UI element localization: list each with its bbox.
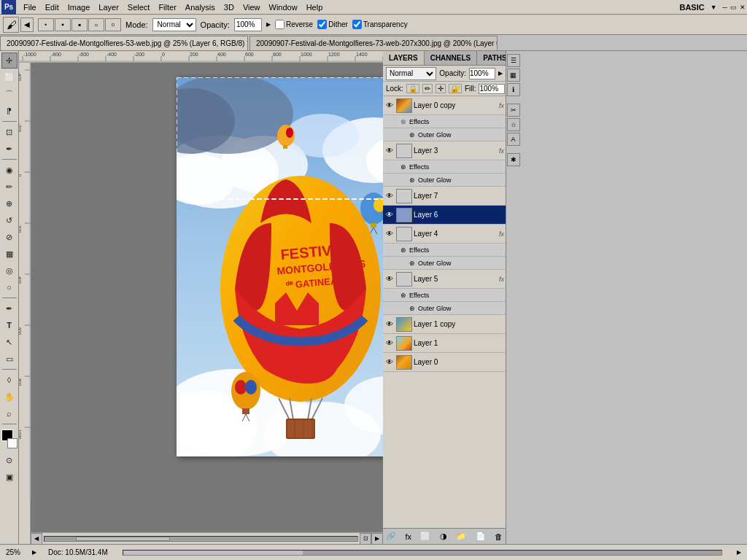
- opacity-arrow[interactable]: ▶: [266, 21, 271, 28]
- panel-icon-1[interactable]: ☰: [507, 54, 520, 67]
- layer-eye-0[interactable]: 👁: [384, 357, 395, 368]
- panel-icon-5[interactable]: ☆: [507, 118, 520, 131]
- panel-icon-7[interactable]: ✱: [507, 153, 520, 166]
- layer-item-0copy[interactable]: 👁 Layer 0 copy fx: [383, 96, 506, 115]
- brush-size-2[interactable]: ▪: [55, 18, 71, 31]
- layer-eye-5[interactable]: 👁: [384, 274, 395, 284]
- transparency-check[interactable]: [352, 20, 362, 29]
- gradient-tool-btn[interactable]: ▦: [1, 246, 18, 262]
- lock-pixels-btn[interactable]: ✏: [422, 84, 433, 93]
- quick-select-tool-btn[interactable]: ⁋: [1, 103, 18, 119]
- lock-move-btn[interactable]: ✛: [436, 84, 446, 93]
- eyedropper-tool-btn[interactable]: ✒: [1, 141, 18, 157]
- menu-edit[interactable]: Edit: [41, 0, 63, 15]
- panel-icon-4[interactable]: ✂: [507, 104, 520, 117]
- layer-item-4[interactable]: 👁 Layer 4 fx: [383, 225, 506, 244]
- layer-blend-mode[interactable]: Normal Multiply: [386, 67, 436, 80]
- rectangle-tool-btn[interactable]: ▭: [1, 351, 18, 367]
- layer-outerglow-4[interactable]: ⊛ Outer Glow: [383, 257, 506, 270]
- layer-item-3[interactable]: 👁 Layer 3 fx: [383, 141, 506, 160]
- new-group-btn[interactable]: 📁: [456, 532, 466, 541]
- menu-analysis[interactable]: Analysis: [181, 0, 220, 15]
- clone-tool-btn[interactable]: ⊕: [1, 195, 18, 211]
- move-tool-btn[interactable]: ✛: [1, 52, 18, 69]
- tab-channels[interactable]: CHANNELS: [425, 51, 478, 65]
- scroll-right-btn[interactable]: ▶: [371, 533, 383, 545]
- scroll-end-btn[interactable]: ▶: [737, 549, 741, 556]
- screen-mode-btn[interactable]: ▣: [1, 469, 18, 485]
- layer-item-1[interactable]: 👁 Layer 1: [383, 334, 506, 353]
- pen-tool-btn[interactable]: ✒: [1, 300, 18, 316]
- layer-eye-1copy[interactable]: 👁: [384, 319, 395, 330]
- layer-eye-6[interactable]: 👁: [384, 210, 395, 220]
- blend-mode-select[interactable]: Normal Multiply Screen: [152, 18, 196, 31]
- spot-heal-tool-btn[interactable]: ◉: [1, 162, 18, 178]
- background-color[interactable]: [7, 438, 18, 448]
- layer-item-1copy[interactable]: 👁 Layer 1 copy: [383, 315, 506, 334]
- menu-image[interactable]: Image: [63, 0, 95, 15]
- path-select-btn[interactable]: ↖: [1, 334, 18, 350]
- brush-size-5[interactable]: ▫: [105, 18, 121, 31]
- scroll-track[interactable]: [44, 536, 358, 542]
- transparency-checkbox[interactable]: Transparency: [352, 20, 408, 29]
- panel-icon-3[interactable]: ℹ: [507, 83, 520, 96]
- layer-eye-4[interactable]: 👁: [384, 229, 395, 239]
- crop-tool-btn[interactable]: ⊡: [1, 124, 18, 140]
- layer-outerglow-0copy[interactable]: ⊛ Outer Glow: [383, 128, 506, 141]
- layer-eye-7[interactable]: 👁: [384, 191, 395, 201]
- brush-size-3[interactable]: ▪: [71, 18, 88, 31]
- new-fill-btn[interactable]: ◑: [440, 532, 447, 541]
- dodge-tool-btn[interactable]: ○: [1, 279, 18, 295]
- tab-layers[interactable]: LAYERS: [383, 51, 425, 65]
- brush-tool-btn[interactable]: ✏: [1, 179, 18, 195]
- eraser-tool-btn[interactable]: ⊘: [1, 229, 18, 245]
- type-tool-btn[interactable]: T: [1, 317, 18, 333]
- 3d-tool-btn[interactable]: ◊: [1, 372, 18, 388]
- layer-eye-0copy[interactable]: 👁: [384, 101, 395, 111]
- hand-tool-btn[interactable]: ✋: [1, 389, 18, 405]
- panel-icon-6[interactable]: A: [507, 133, 520, 146]
- tab-0[interactable]: 20090907-Festival-de-Montgolfieres-53-we…: [0, 36, 248, 50]
- add-mask-btn[interactable]: ⬜: [420, 532, 430, 541]
- menu-filter[interactable]: Filter: [154, 0, 180, 15]
- reverse-checkbox[interactable]: Reverse: [275, 20, 313, 29]
- minimize-btn[interactable]: ─: [723, 4, 727, 11]
- quick-mask-btn[interactable]: ⊙: [1, 452, 18, 468]
- dither-check[interactable]: [317, 20, 327, 29]
- zoom-tool-btn[interactable]: ⌕: [1, 405, 18, 421]
- tool-preset-btn[interactable]: 🖌: [3, 17, 19, 33]
- opacity-arrow-icon[interactable]: ▶: [498, 70, 503, 77]
- menu-file[interactable]: File: [19, 0, 41, 15]
- brush-size-4[interactable]: ▫: [88, 18, 104, 31]
- close-btn[interactable]: ✕: [740, 4, 746, 11]
- menu-select[interactable]: Select: [123, 0, 155, 15]
- lock-position-btn[interactable]: 🔒: [406, 84, 419, 93]
- menu-window[interactable]: Window: [265, 0, 302, 15]
- scroll-navigator[interactable]: ⊡: [360, 533, 371, 545]
- opacity-input[interactable]: [234, 18, 262, 31]
- layer-item-7[interactable]: 👁 Layer 7: [383, 187, 506, 206]
- layer-outerglow-5[interactable]: ⊛ Outer Glow: [383, 302, 506, 315]
- history-brush-btn[interactable]: ↺: [1, 212, 18, 228]
- status-arrow[interactable]: ▶: [32, 549, 36, 556]
- layer-opacity-input[interactable]: [469, 68, 495, 79]
- layer-eye-1[interactable]: 👁: [384, 338, 395, 349]
- lasso-tool-btn[interactable]: ⌒: [1, 86, 18, 102]
- brush-size-1[interactable]: ▪: [38, 18, 54, 31]
- blur-tool-btn[interactable]: ◎: [1, 262, 18, 279]
- menu-help[interactable]: Help: [302, 0, 328, 15]
- lock-all-btn[interactable]: 🔐: [449, 84, 462, 93]
- mode-dropdown-icon[interactable]: ▼: [711, 4, 717, 11]
- marquee-tool-btn[interactable]: ⬜: [1, 69, 18, 85]
- new-layer-btn[interactable]: 📄: [476, 532, 486, 541]
- fill-input[interactable]: [479, 84, 505, 94]
- link-layers-btn[interactable]: 🔗: [386, 532, 396, 541]
- brush-size-down[interactable]: ◀: [20, 18, 34, 32]
- layer-outerglow-3[interactable]: ⊛ Outer Glow: [383, 174, 506, 187]
- panel-icon-2[interactable]: ▦: [507, 69, 520, 82]
- canvas-viewport[interactable]: FESTIVAL MONTGOLFIÈRES ᵈᵉ GATINEAU: [31, 63, 383, 544]
- menu-layer[interactable]: Layer: [94, 0, 123, 15]
- layer-item-0[interactable]: 👁 Layer 0: [383, 353, 506, 372]
- layer-item-5[interactable]: 👁 Layer 5 fx: [383, 270, 506, 289]
- menu-3d[interactable]: 3D: [220, 0, 239, 15]
